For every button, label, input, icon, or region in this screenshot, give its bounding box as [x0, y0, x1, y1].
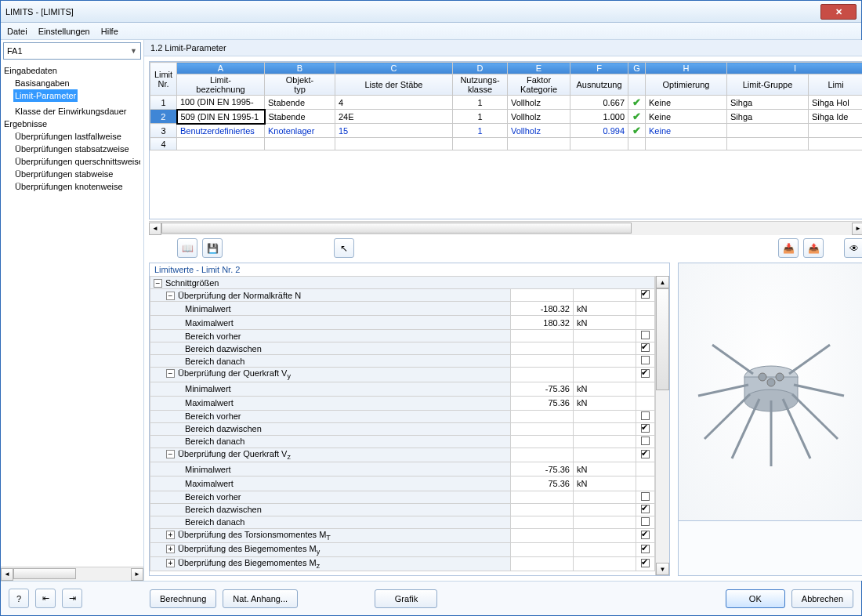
window-title: LIMITS - [LIMITS]: [5, 7, 74, 16]
tree-item-basisangaben[interactable]: Basisangaben: [4, 77, 140, 89]
svg-line-12: [794, 385, 844, 396]
footer: ? ⇤ ⇥ Berechnung Nat. Anhang... Grafik O…: [1, 581, 861, 615]
checkbox[interactable]: [641, 492, 650, 501]
collapse-icon[interactable]: −: [166, 292, 175, 300]
checkbox[interactable]: [641, 505, 650, 513]
col-letter-i[interactable]: I: [727, 63, 863, 74]
limitwerte-title: Limitwerte - Limit Nr. 2: [150, 263, 669, 276]
col-letter-e[interactable]: E: [508, 63, 570, 74]
col-nr[interactable]: LimitNr.: [150, 63, 177, 96]
grafik-button[interactable]: Grafik: [375, 589, 437, 608]
preview-info: [679, 520, 862, 575]
section-title: 1.2 Limit-Parameter: [144, 40, 862, 56]
col-letter-f[interactable]: F: [570, 63, 628, 74]
checkbox[interactable]: [641, 531, 650, 539]
library-button[interactable]: 📖: [177, 238, 197, 258]
tree-item-klasse[interactable]: Klasse der Einwirkungsdauer: [4, 105, 140, 118]
sidebar: FA1 ▼ Eingabedaten Basisangaben Limit-Pa…: [1, 40, 144, 581]
collapse-icon[interactable]: −: [166, 450, 175, 458]
grid-toolbar: 📖 💾 ↖ 📥 📤 👁: [144, 235, 862, 263]
checkbox[interactable]: [641, 424, 650, 433]
svg-point-4: [776, 373, 784, 381]
scroll-right-icon[interactable]: ►: [131, 568, 143, 581]
fa-select[interactable]: FA1 ▼: [3, 42, 141, 60]
table-row[interactable]: 2 509 (DIN EN 1995-1 Stabende 24E 1 Voll…: [150, 110, 863, 124]
expand-icon[interactable]: +: [166, 545, 175, 553]
col-letter-d[interactable]: D: [453, 63, 508, 74]
scroll-thumb[interactable]: [13, 568, 76, 579]
abbrechen-button[interactable]: Abbrechen: [791, 589, 853, 608]
scroll-left-icon[interactable]: ◄: [1, 568, 13, 581]
checkbox[interactable]: [641, 369, 650, 378]
checkbox[interactable]: [641, 450, 650, 458]
anhang-button[interactable]: Nat. Anhang...: [223, 589, 298, 608]
tree-item-lastfall[interactable]: Überprüfungen lastfallweise: [4, 130, 140, 143]
grid-scroll-left-icon[interactable]: ◄: [149, 223, 161, 235]
checkbox[interactable]: [641, 545, 650, 553]
menu-settings[interactable]: Einstellungen: [38, 27, 90, 36]
tree-item-knoten[interactable]: Überprüfungen knotenweise: [4, 180, 140, 193]
table-row[interactable]: 4: [150, 138, 863, 150]
main-panel: 1.2 Limit-Parameter LimitNr. A B C D E: [144, 40, 862, 581]
ok-button[interactable]: OK: [726, 589, 785, 608]
svg-line-14: [789, 345, 830, 374]
help-button[interactable]: ?: [9, 589, 29, 608]
col-letter-c[interactable]: C: [335, 63, 453, 74]
checkbox[interactable]: [641, 517, 650, 526]
checkbox[interactable]: [641, 331, 650, 339]
tree-item-stabsatz[interactable]: Überprüfungen stabsatzweise: [4, 143, 140, 155]
limitwerte-vscroll[interactable]: ▲ ▼: [655, 276, 669, 575]
table-row[interactable]: 1 100 (DIN EN 1995- Stabende 4 1 Vollhol…: [150, 96, 863, 110]
berechnung-button[interactable]: Berechnung: [150, 589, 216, 608]
expand-icon[interactable]: +: [166, 559, 175, 567]
col-letter-h[interactable]: H: [646, 63, 727, 74]
excel-import-button[interactable]: 📥: [778, 238, 799, 258]
table-row[interactable]: 3 Benutzerdefiniertes Knotenlager 15 1 V…: [150, 124, 863, 138]
col-letter-g[interactable]: G: [628, 63, 646, 74]
pick-button[interactable]: ↖: [334, 238, 354, 258]
chevron-down-icon: ▼: [130, 47, 137, 55]
scroll-down-icon[interactable]: ▼: [656, 563, 669, 575]
scroll-up-icon[interactable]: ▲: [656, 276, 669, 288]
grid-scroll-thumb[interactable]: [161, 223, 632, 234]
titlebar: LIMITS - [LIMITS] ✕: [1, 1, 861, 23]
vscroll-thumb[interactable]: [656, 288, 669, 390]
collapse-icon[interactable]: −: [166, 369, 175, 378]
limitwerte-table[interactable]: −Schnittgrößen−Überprüfung der Normalkrä…: [150, 276, 655, 571]
save-button[interactable]: 💾: [202, 238, 223, 258]
preview-image: [679, 263, 862, 520]
col-letter-b[interactable]: B: [265, 63, 335, 74]
tree-heading-results: Ergebnisse: [4, 118, 140, 130]
col-letter-a[interactable]: A: [177, 63, 265, 74]
tree-heading-input: Eingabedaten: [4, 64, 140, 77]
checkbox[interactable]: [641, 411, 650, 420]
tree-item-querschnitt[interactable]: Überprüfungen querschnittsweise: [4, 155, 140, 168]
menu-file[interactable]: Datei: [7, 27, 27, 36]
checkbox[interactable]: [641, 356, 650, 364]
checkbox[interactable]: [641, 290, 650, 299]
tree-item-stab[interactable]: Überprüfungen stabweise: [4, 168, 140, 180]
excel-export-button[interactable]: 📤: [803, 238, 824, 258]
tree-item-limit-parameter[interactable]: Limit-Parameter: [13, 89, 78, 102]
svg-line-13: [712, 345, 753, 374]
app-window: LIMITS - [LIMITS] ✕ Datei Einstellungen …: [0, 0, 862, 616]
next-button[interactable]: ⇥: [62, 589, 82, 608]
nav-tree: Eingabedaten Basisangaben Limit-Paramete…: [1, 60, 143, 197]
svg-point-3: [759, 373, 766, 381]
collapse-icon[interactable]: −: [154, 279, 162, 288]
checkbox[interactable]: [641, 437, 650, 445]
menu-help[interactable]: Hilfe: [101, 27, 118, 36]
limitwerte-panel: Limitwerte - Limit Nr. 2 −Schnittgrößen−…: [149, 263, 670, 576]
preview-panel: [678, 263, 862, 576]
grid-scrollbar[interactable]: ◄ ►: [149, 221, 862, 235]
checkbox[interactable]: [641, 559, 650, 567]
menubar: Datei Einstellungen Hilfe: [1, 23, 861, 40]
view-button[interactable]: 👁: [844, 238, 862, 258]
expand-icon[interactable]: +: [166, 531, 175, 539]
limit-grid[interactable]: LimitNr. A B C D E F G H I Limit-bezeich…: [149, 61, 862, 219]
close-button[interactable]: ✕: [820, 4, 857, 20]
sidebar-scrollbar[interactable]: ◄ ►: [1, 567, 143, 581]
grid-scroll-right-icon[interactable]: ►: [852, 223, 862, 235]
checkbox[interactable]: [641, 343, 650, 352]
prev-button[interactable]: ⇤: [35, 589, 56, 608]
